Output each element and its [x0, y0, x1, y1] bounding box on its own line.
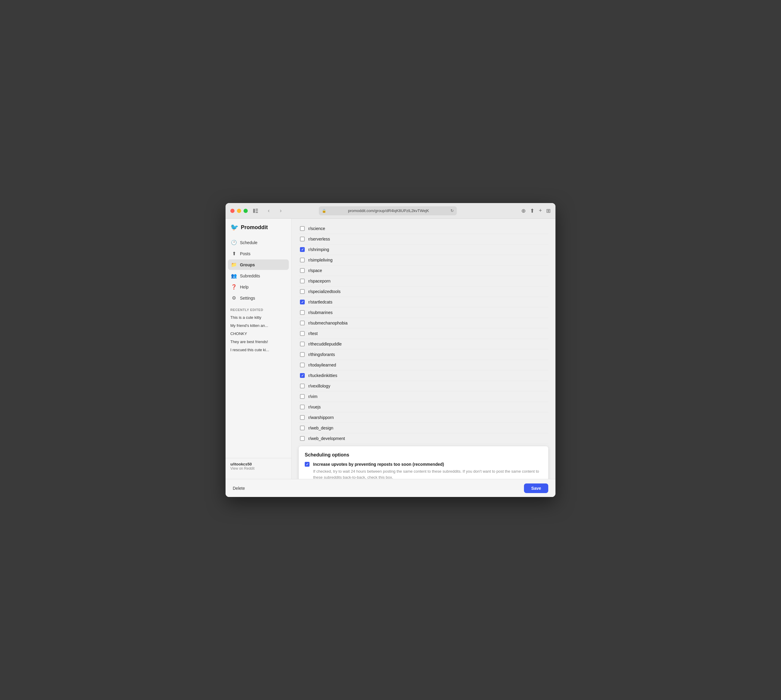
back-button[interactable]: ‹ — [265, 207, 273, 215]
minimize-button[interactable] — [237, 209, 241, 213]
subreddit-checkbox-11[interactable] — [300, 342, 305, 347]
subreddit-checkbox-6[interactable] — [300, 289, 305, 294]
forward-button[interactable]: › — [276, 207, 285, 215]
groups-icon: 📁 — [231, 262, 237, 268]
subreddit-list: r/sciencer/serverlessr/shrimpingr/simple… — [299, 223, 548, 444]
new-tab-icon[interactable]: + — [539, 208, 542, 214]
subreddit-item: r/spaceporn — [299, 276, 548, 287]
sidebar-item-groups[interactable]: 📁 Groups — [228, 260, 289, 270]
sidebar-item-settings[interactable]: ⚙ Settings — [228, 293, 289, 303]
app-logo: 🐦 Promoddit — [226, 223, 291, 237]
app-name: Promoddit — [241, 224, 268, 231]
subreddit-checkbox-4[interactable] — [300, 268, 305, 273]
recent-item-0[interactable]: This is a cute kitty — [226, 313, 291, 322]
subreddit-name: r/vexillology — [308, 383, 330, 388]
sidebar-item-help-label: Help — [240, 285, 249, 289]
subreddit-item: r/serverless — [299, 234, 548, 245]
sidebar-item-schedule[interactable]: 🕐 Schedule — [228, 237, 289, 248]
settings-icon: ⚙ — [231, 295, 237, 301]
sidebar-item-groups-label: Groups — [240, 262, 255, 267]
reload-icon[interactable]: ↻ — [450, 208, 454, 213]
subreddit-item: r/submarines — [299, 307, 548, 318]
maximize-button[interactable] — [243, 209, 248, 213]
subreddit-name: r/vim — [308, 394, 317, 399]
subreddits-icon: 👥 — [231, 273, 237, 278]
sidebar-user-link[interactable]: View on Reddit — [230, 467, 286, 470]
subreddit-checkbox-15[interactable] — [300, 383, 305, 388]
subreddit-name: r/space — [308, 268, 322, 273]
svg-rect-3 — [256, 212, 258, 213]
subreddit-checkbox-0[interactable] — [300, 226, 305, 231]
posts-icon: ⬆ — [231, 251, 237, 257]
sidebar-item-posts[interactable]: ⬆ Posts — [228, 248, 289, 259]
subreddit-item: r/warshipporn — [299, 412, 548, 423]
scheduling-option-description: If checked, try to wait 24 hours between… — [313, 468, 542, 479]
sidebar-username: u/itookcs50 — [230, 462, 286, 467]
share-icon[interactable]: ⬆ — [530, 208, 535, 214]
svg-rect-2 — [256, 210, 258, 211]
subreddit-item: r/specializedtools — [299, 287, 548, 297]
url-text: promoddit.com/group/dR4lqK8UPzlL2kvTWejK — [328, 208, 449, 213]
logo-icon: 🐦 — [230, 223, 238, 231]
subreddit-name: r/test — [308, 331, 318, 336]
sidebar-item-subreddits[interactable]: 👥 Subreddits — [228, 270, 289, 281]
subreddit-checkbox-3[interactable] — [300, 258, 305, 262]
subreddit-checkbox-16[interactable] — [300, 394, 305, 399]
subreddit-name: r/shrimping — [308, 247, 329, 252]
subreddit-name: r/specializedtools — [308, 289, 340, 294]
sidebar: 🐦 Promoddit 🕐 Schedule ⬆ Posts 📁 Groups … — [226, 218, 291, 479]
subreddit-checkbox-14[interactable] — [300, 373, 305, 378]
subreddit-name: r/todayilearned — [308, 363, 336, 367]
subreddit-checkbox-5[interactable] — [300, 278, 305, 283]
recently-edited-label: RECENTLY EDITED — [226, 303, 291, 313]
subreddit-item: r/web_development — [299, 433, 548, 444]
subreddit-name: r/startledcats — [308, 300, 332, 304]
subreddit-checkbox-18[interactable] — [300, 415, 305, 420]
subreddit-name: r/submarines — [308, 310, 333, 315]
scheduling-checkbox[interactable] — [305, 462, 310, 467]
subreddit-name: r/simpleliving — [308, 258, 333, 262]
subreddit-checkbox-1[interactable] — [300, 237, 305, 242]
help-icon: ❓ — [231, 284, 237, 290]
subreddit-checkbox-7[interactable] — [300, 300, 305, 304]
subreddit-checkbox-19[interactable] — [300, 426, 305, 430]
subreddit-checkbox-8[interactable] — [300, 310, 305, 315]
sidebar-item-settings-label: Settings — [240, 296, 255, 300]
scheduling-option-label: Increase upvotes by preventing reposts t… — [313, 462, 542, 467]
close-button[interactable] — [230, 209, 235, 213]
save-button[interactable]: Save — [524, 483, 548, 493]
sidebar-toggle-button[interactable] — [251, 207, 260, 215]
download-icon[interactable]: ⊕ — [521, 208, 526, 214]
subreddit-item: r/submechanophobia — [299, 318, 548, 328]
svg-rect-0 — [253, 209, 255, 213]
recent-item-4[interactable]: I rescued this cute ki... — [226, 346, 291, 354]
subreddit-checkbox-13[interactable] — [300, 363, 305, 367]
recent-item-2[interactable]: CHONKY — [226, 330, 291, 338]
subreddit-checkbox-20[interactable] — [300, 436, 305, 441]
grid-icon[interactable]: ⊞ — [546, 208, 551, 214]
recent-item-1[interactable]: My friend's kitten an... — [226, 322, 291, 330]
subreddit-item: r/startledcats — [299, 297, 548, 307]
subreddit-checkbox-17[interactable] — [300, 405, 305, 409]
subreddit-name: r/serverless — [308, 237, 330, 242]
subreddit-item: r/thingsforants — [299, 349, 548, 360]
svg-rect-1 — [256, 209, 258, 210]
titlebar: ‹ › 🔒 promoddit.com/group/dR4lqK8UPzlL2k… — [226, 203, 555, 218]
delete-button[interactable]: Delete — [233, 486, 245, 491]
sidebar-item-help[interactable]: ❓ Help — [228, 282, 289, 292]
subreddit-item: r/vim — [299, 392, 548, 402]
subreddit-checkbox-10[interactable] — [300, 331, 305, 336]
scheduling-panel: Scheduling options Increase upvotes by p… — [299, 446, 548, 479]
subreddit-item: r/todayilearned — [299, 360, 548, 370]
bottom-bar: Delete Save — [226, 479, 555, 497]
subreddit-name: r/vuejs — [308, 405, 321, 409]
subreddit-item: r/web_design — [299, 423, 548, 433]
subreddit-item: r/shrimping — [299, 245, 548, 255]
subreddit-checkbox-12[interactable] — [300, 352, 305, 357]
subreddit-item: r/science — [299, 223, 548, 234]
recent-item-3[interactable]: They are best friends! — [226, 338, 291, 346]
subreddit-item: r/vuejs — [299, 402, 548, 412]
subreddit-checkbox-2[interactable] — [300, 247, 305, 252]
subreddit-checkbox-9[interactable] — [300, 321, 305, 325]
subreddit-name: r/submechanophobia — [308, 321, 348, 325]
